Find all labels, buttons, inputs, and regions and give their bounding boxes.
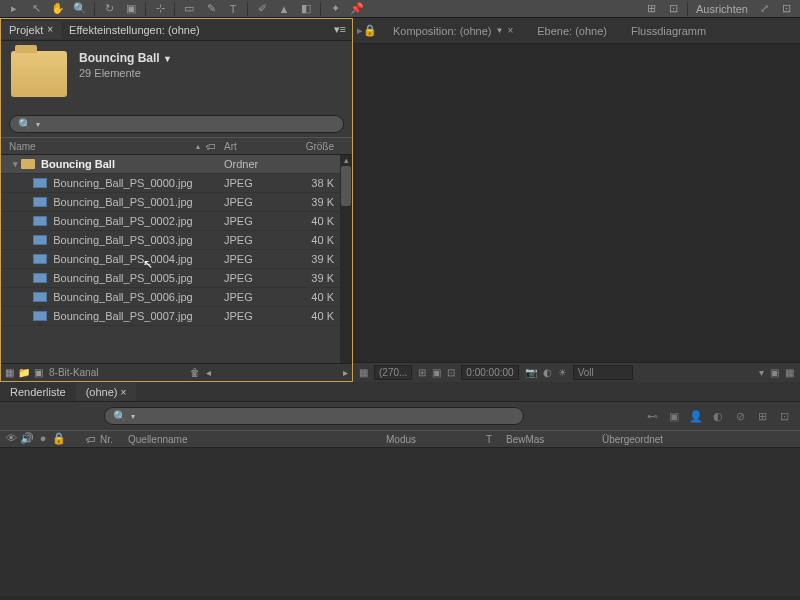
scrollbar[interactable]: ▴ [340, 155, 352, 363]
tab-effekt-label: Effekteinstellungen: (ohne) [69, 24, 200, 36]
channel-icon[interactable]: ◐ [543, 367, 552, 378]
roto-tool-icon[interactable]: ✦ [325, 1, 345, 17]
tab-projekt[interactable]: Projekt × [1, 21, 61, 39]
project-item-row[interactable]: Bouncing_Ball_PS_0004.jpgJPEG39 K [1, 250, 352, 269]
project-item-row[interactable]: Bouncing_Ball_PS_0001.jpgJPEG39 K [1, 193, 352, 212]
panel-menu-icon[interactable]: ▾≡ [328, 23, 352, 36]
item-size: 40 K [296, 310, 340, 322]
frame-blend-icon[interactable]: ◐ [710, 408, 726, 424]
bit-depth-label[interactable]: 8-Bit-Kanal [49, 367, 98, 378]
project-search-input[interactable]: 🔍▾ [9, 115, 344, 133]
motion-blur-icon[interactable]: ⊘ [732, 408, 748, 424]
mask-tool-icon[interactable]: ▭ [179, 1, 199, 17]
project-item-row[interactable]: Bouncing_Ball_PS_0002.jpgJPEG40 K [1, 212, 352, 231]
column-name[interactable]: Name▴ [1, 141, 206, 152]
tab-effekteinstellungen[interactable]: Effekteinstellungen: (ohne) [61, 21, 208, 39]
zoom-level[interactable]: (270... [374, 365, 412, 380]
timeline-search-input[interactable]: 🔍▾ [104, 407, 524, 425]
image-icon [33, 292, 47, 302]
align-icon[interactable]: ⤢ [754, 1, 774, 17]
column-type[interactable]: Art [224, 141, 296, 152]
close-icon[interactable]: × [47, 24, 53, 35]
col-modus[interactable]: Modus [380, 434, 480, 445]
audio-icon[interactable]: 🔊 [20, 432, 34, 446]
col-nr[interactable]: Nr. [94, 434, 122, 445]
snapshot-icon[interactable]: 📷 [525, 367, 537, 378]
mask-icon[interactable]: ▣ [432, 367, 441, 378]
tab-ohne[interactable]: (ohne) × [76, 383, 137, 401]
view2-icon[interactable]: ▦ [785, 367, 794, 378]
col-uebergeordnet[interactable]: Übergeordnet [596, 434, 669, 445]
project-item-row[interactable]: Bouncing_Ball_PS_0006.jpgJPEG40 K [1, 288, 352, 307]
clone-tool-icon[interactable]: ▲ [274, 1, 294, 17]
anchor-tool-icon[interactable]: ⊹ [150, 1, 170, 17]
camera-tool-icon[interactable]: ▣ [121, 1, 141, 17]
snap2-icon[interactable]: ⊡ [663, 1, 683, 17]
new-comp-icon[interactable]: ▣ [34, 367, 43, 378]
label-col-icon[interactable]: 🏷 [80, 434, 94, 445]
composition-viewer[interactable] [353, 44, 800, 362]
close-icon[interactable]: × [507, 25, 513, 36]
res-icon[interactable]: ⊞ [418, 367, 426, 378]
trash-icon[interactable]: 🗑 [190, 367, 200, 378]
selected-item-count: 29 Elemente [79, 67, 172, 79]
exposure-icon[interactable]: ☀ [558, 367, 567, 378]
tab-ebene[interactable]: Ebene: (ohne) [529, 22, 615, 40]
image-icon [33, 235, 47, 245]
scroll-thumb[interactable] [341, 166, 351, 206]
quality-select[interactable]: Voll [573, 365, 633, 380]
align2-icon[interactable]: ⊡ [776, 1, 796, 17]
selection-tool-icon[interactable]: ▸ [4, 1, 24, 17]
view1-icon[interactable]: ▣ [770, 367, 779, 378]
project-file-list: ▾Bouncing BallOrdner Bouncing_Ball_PS_00… [1, 155, 352, 363]
solo-icon[interactable]: ● [36, 432, 50, 446]
text-tool-icon[interactable]: T [223, 1, 243, 17]
nav-left-icon[interactable]: ◂ [206, 367, 211, 378]
arrow-tool-icon[interactable]: ↖ [26, 1, 46, 17]
puppet-tool-icon[interactable]: 📌 [347, 1, 367, 17]
timecode[interactable]: 0:00:00:00 [461, 365, 518, 380]
zoom-tool-icon[interactable]: 🔍 [70, 1, 90, 17]
interpret-icon[interactable]: ▦ [5, 367, 14, 378]
project-item-row[interactable]: Bouncing_Ball_PS_0000.jpgJPEG38 K [1, 174, 352, 193]
col-bewmas[interactable]: BewMas [500, 434, 596, 445]
comp-mini-icon[interactable]: ⊷ [644, 408, 660, 424]
col-quellenname[interactable]: Quellenname [122, 434, 380, 445]
project-item-row[interactable]: Bouncing_Ball_PS_0007.jpgJPEG40 K [1, 307, 352, 326]
column-size[interactable]: Größe [296, 141, 340, 152]
guide-icon[interactable]: ⊡ [447, 367, 455, 378]
grid-icon[interactable]: ▦ [359, 367, 368, 378]
snap-icon[interactable]: ⊞ [641, 1, 661, 17]
project-item-row[interactable]: Bouncing_Ball_PS_0003.jpgJPEG40 K [1, 231, 352, 250]
new-folder-icon[interactable]: 📁 [18, 367, 30, 378]
tab-komposition[interactable]: Komposition: (ohne) ▼ × [385, 22, 521, 40]
timeline-layers[interactable] [0, 448, 800, 596]
project-item-row[interactable]: ▾Bouncing BallOrdner [1, 155, 352, 174]
pen-tool-icon[interactable]: ✎ [201, 1, 221, 17]
item-name: Bouncing_Ball_PS_0007.jpg [53, 310, 192, 322]
close-icon[interactable]: × [121, 387, 127, 398]
item-type: JPEG [224, 253, 296, 265]
graph-icon[interactable]: ⊞ [754, 408, 770, 424]
shy-icon[interactable]: 👤 [688, 408, 704, 424]
tab-renderliste[interactable]: Renderliste [0, 383, 76, 401]
project-item-row[interactable]: Bouncing_Ball_PS_0005.jpgJPEG39 K [1, 269, 352, 288]
item-name: Bouncing_Ball_PS_0001.jpg [53, 196, 192, 208]
scroll-up-icon[interactable]: ▴ [340, 155, 352, 165]
column-label-icon[interactable]: 🏷 [206, 141, 224, 152]
brain-icon[interactable]: ⊡ [776, 408, 792, 424]
align-label: Ausrichten [692, 3, 752, 15]
nav-right-icon[interactable]: ▸ [343, 367, 348, 378]
lock-icon[interactable]: 🔒 [52, 432, 66, 446]
hand-tool-icon[interactable]: ✋ [48, 1, 68, 17]
tab-flussdiagramm[interactable]: Flussdiagramm [623, 22, 714, 40]
view-icon[interactable]: ▾ [759, 367, 764, 378]
item-name: Bouncing_Ball_PS_0004.jpg [53, 253, 192, 265]
rotate-tool-icon[interactable]: ↻ [99, 1, 119, 17]
draft-icon[interactable]: ▣ [666, 408, 682, 424]
brush-tool-icon[interactable]: ✐ [252, 1, 272, 17]
col-t[interactable]: T [480, 434, 500, 445]
visibility-icon[interactable]: 👁 [4, 432, 18, 446]
eraser-tool-icon[interactable]: ◧ [296, 1, 316, 17]
lock-icon[interactable]: ▸🔒 [357, 24, 377, 37]
